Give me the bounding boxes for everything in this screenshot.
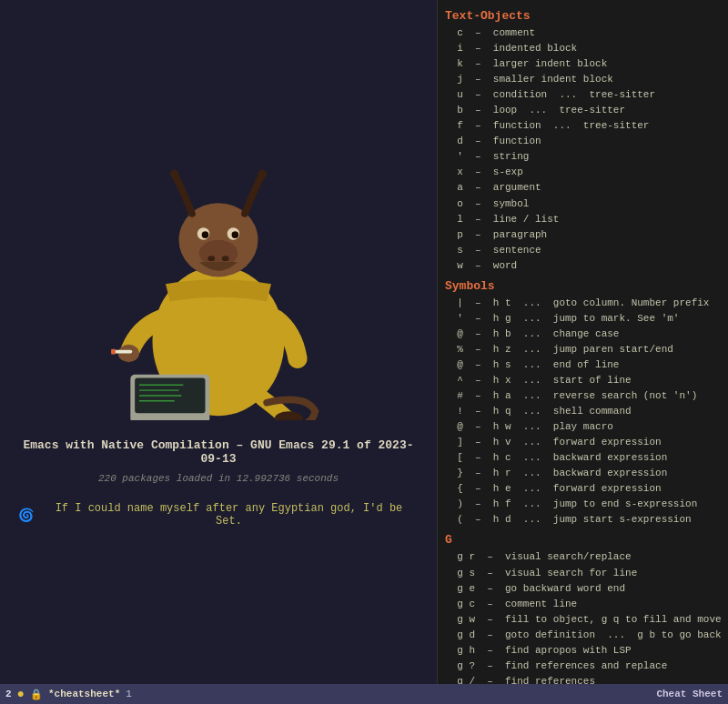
key-item: g d – goto definition ... g b to go back: [445, 628, 721, 643]
key-item: f – function ... tree-sitter: [445, 118, 721, 134]
status-bar: 2 ● 🔒 *cheatsheet* 1 Cheat Sheet: [0, 684, 728, 704]
key-item: g w – fill to object, g q to fill and mo…: [445, 612, 721, 628]
gnu-mascot: [100, 156, 337, 420]
key-item: } – h r ... backward expression: [445, 466, 721, 481]
key-item: g h – find apropos with LSP: [445, 643, 721, 659]
section-title-symbols: Symbols: [445, 279, 721, 293]
svg-point-8: [232, 231, 239, 238]
key-item: g e – go backward word end: [445, 581, 721, 597]
key-item: i – indented block: [445, 41, 721, 56]
key-item: g / – find references: [445, 674, 721, 684]
status-lock-icon: 🔒: [30, 689, 43, 700]
left-panel: Emacs with Native Compilation – GNU Emac…: [0, 0, 437, 684]
section-title-text-objects: Text-Objects: [445, 9, 721, 23]
key-item: ) – h f ... jump to end s-expression: [445, 497, 721, 512]
section-title-g: G: [445, 533, 721, 547]
app-window: Emacs with Native Compilation – GNU Emac…: [0, 0, 728, 704]
key-item: ^ – h x ... start of line: [445, 373, 721, 388]
svg-point-7: [202, 231, 209, 238]
svg-point-3: [170, 170, 179, 179]
status-num: 2: [5, 689, 12, 699]
key-item: w – word: [445, 258, 721, 274]
status-dot: ●: [17, 687, 25, 701]
key-item: g ? – find references and replace: [445, 659, 721, 674]
key-item: % – h z ... jump paren start/end: [445, 342, 721, 357]
svg-rect-13: [111, 349, 116, 355]
svg-point-10: [222, 256, 229, 261]
packages-info: 220 packages loaded in 12.992736 seconds: [98, 473, 339, 484]
status-filename: *cheatsheet*: [48, 689, 120, 699]
fortune-line: 🌀 If I could name myself after any Egypt…: [18, 502, 419, 528]
key-item: ( – h d ... jump start s-expression: [445, 512, 721, 528]
key-item: | – h t ... goto column. Number prefix: [445, 296, 721, 311]
key-item: c – comment: [445, 25, 721, 41]
svg-point-4: [258, 170, 268, 179]
key-item: @ – h w ... play macro: [445, 419, 721, 435]
key-item: d – function: [445, 134, 721, 149]
fortune-icon: 🌀: [18, 508, 34, 523]
key-item: s – sentence: [445, 243, 721, 258]
key-item: j – smaller indent block: [445, 72, 721, 87]
key-item: ] – h v ... forward expression: [445, 435, 721, 450]
key-item: g c – comment line: [445, 597, 721, 612]
right-panel[interactable]: Text-Objects c – comment i – indented bl…: [437, 0, 728, 684]
status-tab-num: 1: [126, 689, 132, 699]
svg-rect-12: [113, 350, 132, 354]
key-item: l – line / list: [445, 212, 721, 227]
key-item: u – condition ... tree-sitter: [445, 87, 721, 103]
svg-point-9: [207, 256, 215, 261]
key-item: ' – h g ... jump to mark. See 'm': [445, 311, 721, 327]
key-item: @ – h s ... end of line: [445, 357, 721, 373]
key-item: @ – h b ... change case: [445, 327, 721, 342]
status-right-label: Cheat Sheet: [656, 689, 723, 699]
key-item: b – loop ... tree-sitter: [445, 103, 721, 118]
key-item: ' – string: [445, 149, 721, 165]
key-item: [ – h c ... backward expression: [445, 450, 721, 466]
key-item: # – h a ... reverse search (not 'n'): [445, 388, 721, 404]
emacs-title: Emacs with Native Compilation – GNU Emac…: [18, 438, 419, 466]
key-item: x – s-exp: [445, 165, 721, 180]
key-item: p – paragraph: [445, 227, 721, 243]
key-item: g s – visual search for line: [445, 566, 721, 581]
fortune-text: If I could name myself after any Egyptia…: [39, 502, 419, 528]
key-item: o – symbol: [445, 196, 721, 212]
key-item: { – h e ... forward expression: [445, 481, 721, 497]
key-item: k – larger indent block: [445, 56, 721, 72]
key-item: g r – visual search/replace: [445, 549, 721, 565]
key-item: ! – h q ... shell command: [445, 404, 721, 419]
key-item: a – argument: [445, 180, 721, 196]
